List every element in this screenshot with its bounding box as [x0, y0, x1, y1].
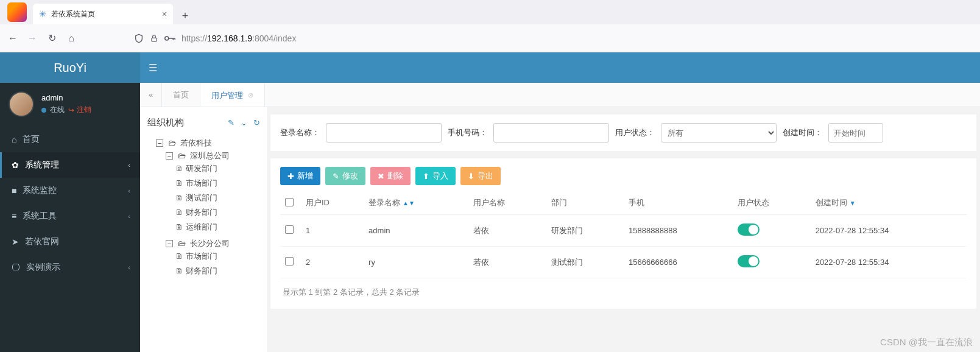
sidebar-item-official-site[interactable]: ➤ 若依官网 — [0, 229, 140, 255]
col-login[interactable]: 登录名称▲▼ — [364, 191, 468, 215]
avatar[interactable] — [9, 91, 34, 117]
filter-status-label: 用户状态： — [615, 127, 655, 138]
import-button[interactable]: ⬆导入 — [415, 167, 456, 185]
status-toggle[interactable] — [738, 224, 760, 236]
org-title: 组织机构 — [147, 117, 184, 128]
shield-icon — [134, 33, 144, 43]
tree-node-leaf[interactable]: 🗎市场部门 — [175, 176, 261, 191]
filter-create-label: 创建时间： — [783, 127, 822, 138]
file-icon: 🗎 — [175, 178, 183, 188]
org-edit-icon[interactable]: ✎ — [228, 118, 234, 127]
browser-tab-active[interactable]: ✳ 若依系统首页 × — [33, 4, 173, 24]
logout-link[interactable]: ↪ 注销 — [68, 105, 91, 115]
folder-open-icon: 🗁 — [178, 151, 186, 160]
sort-down-icon[interactable]: ▼ — [850, 200, 856, 206]
sort-icon[interactable]: ▲▼ — [403, 200, 415, 206]
edit-button[interactable]: ✎修改 — [325, 167, 365, 185]
nav-forward-button[interactable]: → — [27, 33, 38, 44]
tab-home[interactable]: 首页 — [162, 83, 200, 107]
filter-status-select[interactable]: 所有 — [661, 123, 777, 143]
row-checkbox[interactable] — [285, 225, 294, 234]
tab-user-manage[interactable]: 用户管理 ⊗ — [200, 83, 265, 107]
address-bar[interactable]: https://192.168.1.9:8004/index — [85, 33, 973, 43]
main: « 首页 用户管理 ⊗ 组织机构 ✎ ⌄ ↻ — [140, 52, 980, 352]
plus-icon: ✚ — [287, 172, 294, 181]
table-row[interactable]: 2 ry 若依 测试部门 15666666666 2022-07-28 12:5… — [280, 247, 967, 278]
tree-node-leaf[interactable]: 🗎研发部门 — [175, 161, 261, 176]
tree-node-leaf[interactable]: 🗎财务部门 — [175, 205, 261, 220]
online-label: 在线 — [50, 105, 65, 115]
lock-icon — [150, 34, 158, 43]
nav-reload-button[interactable]: ↻ — [46, 32, 57, 44]
table-card: ✚新增 ✎修改 ✖删除 ⬆导入 ⬇导出 用户ID 登录名称▲▼ 用户名称 部门 — [270, 158, 976, 309]
sidebar-item-system-tools[interactable]: ≡ 系统工具 ‹ — [0, 203, 140, 229]
col-name[interactable]: 用户名称 — [468, 191, 546, 215]
delete-button[interactable]: ✖删除 — [370, 167, 411, 185]
row-checkbox[interactable] — [285, 257, 294, 266]
filter-card: 登录名称： 手机号码： 用户状态： 所有 创建时间： — [270, 114, 976, 151]
tree-node-root[interactable]: − 🗁 若依科技 − 🗁 深圳总公司 🗎研发部门 🗎市场部门 — [156, 136, 261, 282]
org-refresh-icon[interactable]: ↻ — [253, 118, 260, 127]
toolbar: ✚新增 ✎修改 ✖删除 ⬆导入 ⬇导出 — [280, 167, 967, 185]
filter-phone-label: 手机号码： — [448, 127, 487, 138]
export-button[interactable]: ⬇导出 — [460, 167, 501, 185]
sidebar: admin 在线 ↪ 注销 ⌂ 首页 ✿ 系统管理 ‹ — [0, 52, 140, 352]
file-icon: 🗎 — [175, 266, 183, 275]
file-icon: 🗎 — [175, 252, 183, 261]
col-dept[interactable]: 部门 — [546, 191, 624, 215]
filter-login-input[interactable] — [326, 123, 442, 143]
filter-create-start-input[interactable] — [828, 123, 883, 143]
delete-icon: ✖ — [378, 172, 384, 181]
tree-node-branch[interactable]: − 🗁 长沙分公司 🗎市场部门 🗎财务部门 — [166, 236, 261, 280]
new-tab-button[interactable]: + — [177, 7, 194, 24]
sidebar-item-home[interactable]: ⌂ 首页 — [0, 127, 140, 152]
online-dot-icon — [41, 108, 46, 113]
col-user-id[interactable]: 用户ID — [301, 191, 364, 215]
page-tabs: « 首页 用户管理 ⊗ — [140, 83, 980, 107]
camera-icon: ■ — [12, 186, 16, 195]
tree-toggle-icon[interactable]: − — [166, 152, 173, 160]
nav-home-button[interactable]: ⌂ — [66, 33, 77, 44]
sidebar-item-system-manage[interactable]: ✿ 系统管理 ‹ — [0, 152, 140, 178]
workarea: 登录名称： 手机号码： 用户状态： 所有 创建时间： ✚新增 ✎修改 ✖ — [268, 107, 980, 352]
filter-phone-input[interactable] — [493, 123, 609, 143]
sidebar-item-demo[interactable]: 🖵 实例演示 ‹ — [0, 255, 140, 280]
brand-bar[interactable]: RuoYi — [0, 52, 140, 83]
file-icon: 🗎 — [175, 164, 183, 173]
pagination-info: 显示第 1 到第 2 条记录，总共 2 条记录 — [280, 278, 967, 300]
folder-open-icon: 🗁 — [168, 138, 176, 147]
file-icon: 🗎 — [175, 208, 183, 217]
tree-node-leaf[interactable]: 🗎市场部门 — [175, 249, 261, 264]
col-phone[interactable]: 手机 — [624, 191, 733, 215]
tree-toggle-icon[interactable]: − — [166, 240, 173, 247]
logout-icon: ↪ — [68, 106, 74, 114]
user-panel: admin 在线 ↪ 注销 — [0, 83, 140, 127]
tab-close-icon[interactable]: × — [162, 9, 167, 19]
sidebar-nav: ⌂ 首页 ✿ 系统管理 ‹ ■ 系统监控 ‹ ≡ 系统工具 ‹ ➤ 若依官网 — [0, 127, 140, 280]
nav-back-button[interactable]: ← — [7, 33, 18, 44]
file-icon: 🗎 — [175, 193, 183, 202]
tree-node-leaf[interactable]: 🗎财务部门 — [175, 264, 261, 278]
tree-node-leaf[interactable]: 🗎运维部门 — [175, 220, 261, 234]
status-toggle[interactable] — [738, 255, 760, 267]
checkbox-all[interactable] — [285, 198, 294, 206]
chevron-left-icon: ‹ — [128, 187, 130, 194]
col-created[interactable]: 创建时间▼ — [811, 191, 967, 215]
tree-toggle-icon[interactable]: − — [156, 139, 163, 147]
chevron-left-icon: ‹ — [128, 264, 130, 271]
gear-icon: ✿ — [12, 160, 19, 170]
tree-node-branch[interactable]: − 🗁 深圳总公司 🗎研发部门 🗎市场部门 🗎测试部门 🗎财务部门 🗎运维部门 — [166, 149, 261, 236]
col-status[interactable]: 用户状态 — [733, 191, 810, 215]
tabs-collapse-button[interactable]: « — [140, 83, 162, 107]
table-row[interactable]: 1 admin 若依 研发部门 15888888888 2022-07-28 1… — [280, 215, 967, 247]
firefox-logo-icon — [7, 2, 27, 22]
hamburger-icon[interactable]: ☰ — [149, 62, 157, 74]
add-button[interactable]: ✚新增 — [280, 167, 320, 185]
svg-rect-0 — [152, 38, 157, 41]
org-collapse-icon[interactable]: ⌄ — [241, 118, 247, 127]
download-icon: ⬇ — [468, 172, 474, 181]
tab-close-icon[interactable]: ⊗ — [248, 91, 253, 99]
edit-icon: ✎ — [333, 172, 339, 181]
sidebar-item-system-monitor[interactable]: ■ 系统监控 ‹ — [0, 178, 140, 203]
tree-node-leaf[interactable]: 🗎测试部门 — [175, 191, 261, 205]
